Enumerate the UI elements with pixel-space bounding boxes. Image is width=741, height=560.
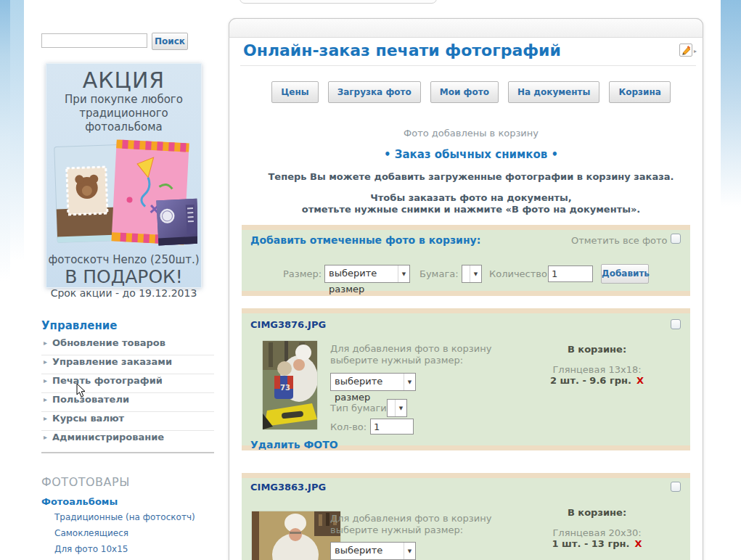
sidebar-item-administration[interactable]: ▸ Администрирование bbox=[41, 431, 214, 450]
sidebar-item-label: Курсы валют bbox=[52, 413, 124, 424]
sidebar-item-label: Администрирование bbox=[52, 432, 164, 442]
promo-subtitle-line1: При покупке любого bbox=[46, 93, 201, 107]
chevron-down-icon: ▼ bbox=[395, 400, 406, 416]
sidebar-item-label: Пользователи bbox=[52, 394, 129, 405]
svg-text:73: 73 bbox=[280, 384, 290, 392]
qty-label: Кол-во: bbox=[330, 421, 367, 432]
photo-hint-line1: Для добавления фото в корзину bbox=[330, 513, 491, 524]
tab-prices[interactable]: Цены bbox=[271, 81, 318, 103]
cart-info: В корзине: Глянцевая 20x30: 1 шт. - 13 г… bbox=[508, 507, 686, 549]
photo-checkbox[interactable] bbox=[671, 319, 681, 329]
sidebar-item-users[interactable]: ▸ Пользователи bbox=[41, 393, 214, 412]
catalog-link-10x15[interactable]: Для фото 10x15 bbox=[54, 544, 128, 554]
photo-quantity-input[interactable] bbox=[370, 419, 414, 435]
menu-bullet-icon: ▸ bbox=[44, 339, 47, 347]
catalog-link-selfadhesive[interactable]: Самоклеящиеся bbox=[54, 528, 128, 538]
page-title: Онлайн-заказ печати фотографий bbox=[243, 41, 561, 59]
photo-checkbox[interactable] bbox=[671, 482, 681, 492]
cart-line-item: Глянцевая 20x30: bbox=[508, 527, 686, 538]
mark-all-label: Отметить все фото bbox=[571, 235, 668, 246]
sidebar-item-label: Управление заказами bbox=[52, 356, 172, 367]
title-divider bbox=[240, 65, 696, 66]
menu-bullet-icon: ▸ bbox=[44, 358, 47, 366]
size-select[interactable]: выберите размер ▼ bbox=[324, 265, 410, 283]
search-button[interactable]: Поиск bbox=[152, 33, 188, 50]
delete-photo-link[interactable]: Удалить ФОТО bbox=[250, 439, 338, 450]
promo-title: АКЦИЯ bbox=[46, 67, 201, 93]
cart-line-qty: 2 шт. - 9.6 грн.X bbox=[508, 375, 686, 386]
photo-paper-select[interactable]: ▼ bbox=[387, 399, 407, 417]
photo-filename[interactable]: CIMG3876.JPG bbox=[250, 319, 326, 330]
photo-size-select-value: выберите размер bbox=[335, 545, 382, 560]
photo-hint-line2: выберите нужный размер: bbox=[330, 524, 463, 535]
remove-from-cart-link[interactable]: X bbox=[634, 538, 642, 549]
catalog-link-traditional[interactable]: Традиционные (на фотоскотч) bbox=[54, 512, 195, 522]
tab-cart[interactable]: Корзина bbox=[609, 81, 670, 103]
sidebar-item-update-products[interactable]: ▸ Обновление товаров bbox=[41, 337, 214, 355]
promo-gift-title: В ПОДАРОК! bbox=[46, 266, 201, 287]
cart-info: В корзине: Глянцевая 13x18: 2 шт. - 9.6 … bbox=[508, 344, 686, 386]
size-label: Размер: bbox=[283, 268, 322, 279]
paper-type-label: Тип бумаги: bbox=[330, 403, 390, 413]
menu-bullet-icon: ▸ bbox=[44, 433, 47, 441]
edit-pencil-icon[interactable] bbox=[679, 44, 692, 57]
doc-hint-line1: Чтобы заказать фото на документы, bbox=[243, 192, 699, 203]
menu-bullet-icon: ▸ bbox=[44, 414, 47, 422]
menu-bullet-icon: ▸ bbox=[44, 376, 47, 384]
paper-select[interactable]: ▼ bbox=[462, 265, 482, 283]
add-panel-title: Добавить отмеченные фото в корзину: bbox=[250, 234, 480, 246]
top-cutoff-panel bbox=[240, 0, 437, 4]
sidebar-divider bbox=[41, 452, 214, 453]
chevron-down-icon: ▼ bbox=[404, 374, 415, 390]
add-button[interactable]: Добавить bbox=[601, 264, 649, 284]
chevron-down-icon: ▼ bbox=[470, 265, 481, 282]
sidebar-item-label: Печать фотографий bbox=[52, 375, 163, 386]
cart-qty-text: 1 шт. - 13 грн. bbox=[552, 538, 630, 549]
doc-hint-line2: отметьте нужные снимки и нажмите «В фото… bbox=[243, 204, 699, 215]
mark-all-checkbox[interactable] bbox=[671, 234, 681, 244]
cart-line-qty: 1 шт. - 13 грн.X bbox=[508, 538, 686, 549]
sidebar-item-label: Обновление товаров bbox=[52, 337, 165, 348]
left-gradient-strip-inner bbox=[10, 0, 24, 290]
sidebar-item-manage-orders[interactable]: ▸ Управление заказами bbox=[41, 355, 214, 374]
photo-hint-line2: выберите нужный размер: bbox=[330, 355, 463, 366]
cart-line-item: Глянцевая 13x18: bbox=[508, 364, 686, 375]
menu-bullet-icon: ▸ bbox=[44, 395, 47, 403]
main-panel-header-strip bbox=[229, 18, 703, 38]
catalog-group-photoalbums[interactable]: Фотоальбомы bbox=[41, 496, 118, 507]
sidebar-item-currency-rates[interactable]: ▸ Курсы валют bbox=[41, 412, 214, 431]
section-heading: • Заказ обычных снимков • bbox=[243, 148, 699, 161]
search-input[interactable] bbox=[41, 33, 147, 48]
photo-thumbnail: 73 bbox=[263, 341, 317, 429]
photo-hint-line1: Для добавления фото в корзину bbox=[330, 343, 491, 354]
tab-my-photos[interactable]: Мои фото bbox=[430, 81, 499, 103]
promo-deadline: Срок акции - до 19.12.2013 bbox=[46, 287, 201, 299]
edit-arrow-icon[interactable]: ▸ bbox=[694, 48, 697, 54]
right-gradient-strip bbox=[721, 0, 741, 218]
chevron-down-icon: ▼ bbox=[398, 265, 409, 282]
remove-from-cart-link[interactable]: X bbox=[636, 375, 644, 386]
info-line: Теперь Вы можете добавить загруженные фо… bbox=[243, 171, 699, 182]
promo-banner[interactable]: АКЦИЯ При покупке любого традиционного ф… bbox=[46, 63, 202, 288]
photo-albums-image bbox=[50, 136, 197, 249]
cart-qty-text: 2 шт. - 9.6 грн. bbox=[550, 375, 631, 386]
cart-header: В корзине: bbox=[508, 507, 686, 518]
status-message: Фото добавлены в корзину bbox=[243, 128, 699, 139]
promo-gift-item: фотоскотч Henzo (250шт.) bbox=[46, 253, 201, 266]
mouse-cursor bbox=[76, 383, 86, 398]
photo-thumbnail bbox=[252, 511, 340, 560]
quantity-input[interactable] bbox=[548, 265, 593, 282]
chevron-down-icon: ▼ bbox=[404, 543, 415, 559]
quantity-label: Количество: bbox=[489, 268, 550, 279]
promo-subtitle-line2: традиционного фотоальбома bbox=[46, 107, 201, 134]
tabs-row: Цены Загрузка фото Мои фото На документы… bbox=[243, 81, 699, 103]
photo-size-select[interactable]: выберите размер ▼ bbox=[330, 373, 416, 391]
photo-filename[interactable]: CIMG3863.JPG bbox=[250, 482, 326, 493]
photo-size-select[interactable]: выберите размер ▼ bbox=[330, 542, 416, 560]
admin-menu-header: Управление bbox=[41, 319, 118, 332]
tab-upload-photo[interactable]: Загрузка фото bbox=[328, 81, 421, 103]
tab-for-documents[interactable]: На документы bbox=[508, 81, 599, 103]
sidebar-item-photo-printing[interactable]: ▸ Печать фотографий bbox=[41, 374, 214, 393]
cart-header: В корзине: bbox=[508, 344, 686, 355]
catalog-header: ФОТОТОВАРЫ bbox=[41, 475, 130, 489]
